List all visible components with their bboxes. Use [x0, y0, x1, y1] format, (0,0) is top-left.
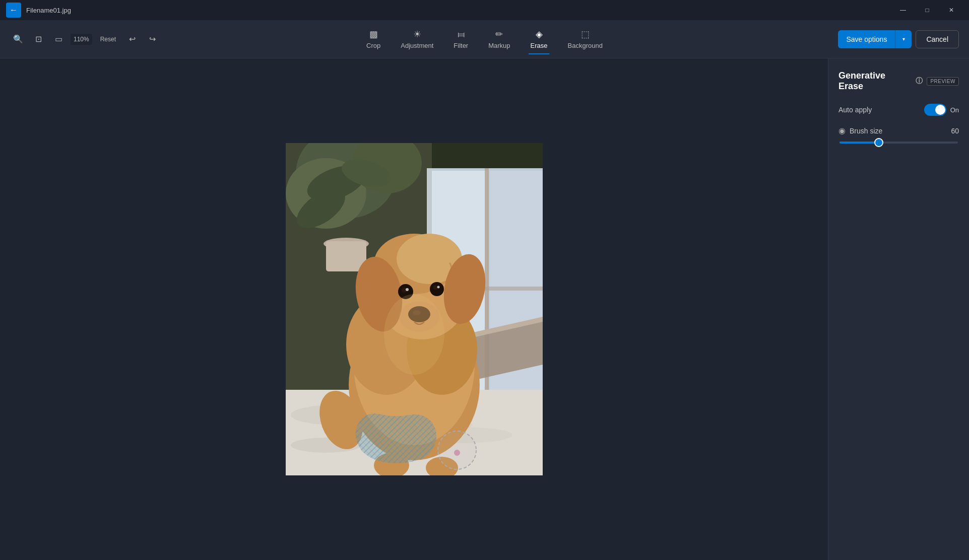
brush-size-row: ◉ Brush size 60: [838, 126, 959, 135]
aspect-ratio-button[interactable]: ▭: [50, 31, 67, 47]
redo-icon: ↪: [149, 34, 156, 44]
brush-target-icon: ◉: [838, 126, 846, 135]
toggle-group: On: [924, 104, 959, 116]
image-canvas[interactable]: [286, 143, 543, 475]
tab-crop[interactable]: ▩ Crop: [357, 25, 390, 53]
svg-point-37: [433, 286, 437, 290]
minimize-button[interactable]: —: [891, 3, 915, 18]
cancel-button[interactable]: Cancel: [916, 30, 959, 48]
background-label: Background: [568, 42, 603, 49]
back-icon: ←: [10, 6, 18, 15]
toolbar: 🔍 ⊡ ▭ 110% Reset ↩ ↪ ▩ Crop ☀ Adjustment…: [0, 20, 969, 58]
svg-rect-14: [485, 168, 489, 423]
svg-point-39: [437, 286, 439, 289]
fit-button[interactable]: ⊡: [30, 31, 46, 47]
maximize-button[interactable]: □: [916, 3, 939, 18]
auto-apply-toggle[interactable]: [924, 104, 946, 116]
info-icon[interactable]: ⓘ: [916, 77, 923, 86]
brush-size-value: 60: [951, 127, 959, 135]
save-options-main[interactable]: Save options: [838, 30, 895, 48]
filename-label: Filename01.jpg: [26, 7, 71, 14]
crop-label: Crop: [366, 42, 380, 49]
brush-size-label: Brush size: [850, 127, 882, 135]
undo-button[interactable]: ↩: [124, 31, 140, 47]
toolbar-left: 🔍 ⊡ ▭ 110% Reset ↩ ↪: [10, 31, 160, 47]
dog-photo: [286, 143, 543, 475]
tab-markup[interactable]: ✏ Markup: [479, 25, 519, 53]
tab-filter[interactable]: ⧦ Filter: [444, 25, 477, 53]
toolbar-right: Save options ▾ Cancel: [838, 30, 959, 48]
brush-label-group: ◉ Brush size: [838, 126, 882, 135]
svg-point-47: [454, 450, 460, 456]
right-panel: Generative Erase ⓘ PREVIEW Auto apply On…: [828, 58, 969, 560]
toggle-state-label: On: [950, 106, 959, 114]
tab-background[interactable]: ⬚ Background: [559, 25, 612, 53]
markup-label: Markup: [488, 42, 510, 49]
main-canvas-area: [0, 58, 828, 560]
auto-apply-row: Auto apply On: [838, 104, 959, 116]
erase-icon: ◈: [536, 29, 543, 40]
markup-icon: ✏: [495, 29, 503, 40]
zoom-level-label: 110%: [71, 34, 92, 45]
preview-badge: PREVIEW: [927, 77, 959, 86]
svg-rect-13: [490, 171, 543, 417]
svg-point-38: [406, 288, 409, 291]
crop-icon: ▩: [369, 29, 378, 40]
background-icon: ⬚: [581, 29, 590, 40]
slider-thumb[interactable]: [874, 138, 883, 147]
zoom-out-icon: 🔍: [13, 34, 23, 44]
fit-icon: ⊡: [35, 34, 42, 44]
tab-erase[interactable]: ◈ Erase: [522, 25, 557, 53]
tab-adjustment[interactable]: ☀ Adjustment: [392, 25, 442, 53]
reset-button[interactable]: Reset: [96, 34, 120, 45]
brush-size-slider-container: [838, 142, 959, 144]
window-controls: — □ ✕: [891, 3, 963, 18]
undo-icon: ↩: [129, 34, 136, 44]
adjustment-icon: ☀: [413, 29, 421, 40]
panel-title-text: Generative Erase: [838, 71, 912, 92]
filter-icon: ⧦: [458, 29, 465, 40]
slider-fill: [839, 142, 879, 144]
redo-button[interactable]: ↪: [144, 31, 160, 47]
adjustment-label: Adjustment: [401, 42, 433, 49]
filter-label: Filter: [454, 42, 468, 49]
zoom-out-button[interactable]: 🔍: [10, 31, 26, 47]
close-button[interactable]: ✕: [940, 3, 963, 18]
svg-point-45: [384, 294, 444, 375]
save-options-arrow[interactable]: ▾: [895, 30, 912, 48]
title-bar: ← Filename01.jpg — □ ✕: [0, 0, 969, 20]
auto-apply-label: Auto apply: [838, 106, 872, 114]
erase-label: Erase: [531, 42, 548, 49]
panel-title-group: Generative Erase ⓘ PREVIEW: [838, 71, 959, 92]
back-button[interactable]: ←: [6, 3, 21, 18]
aspect-ratio-icon: ▭: [55, 34, 62, 44]
slider-track: [839, 142, 958, 144]
tool-tabs: ▩ Crop ☀ Adjustment ⧦ Filter ✏ Markup ◈ …: [357, 25, 612, 53]
save-options-button[interactable]: Save options ▾: [838, 30, 912, 48]
